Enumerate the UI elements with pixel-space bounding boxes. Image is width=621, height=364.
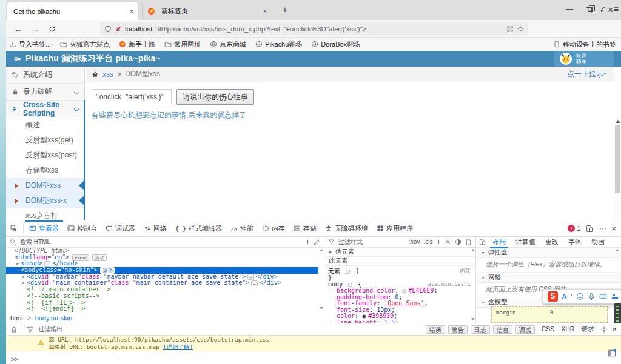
xss-input[interactable] <box>92 89 172 104</box>
quote-icon[interactable]: ’ <box>571 293 572 301</box>
sidebar-tab-更改[interactable]: 更改 <box>540 237 563 248</box>
contrast-icon[interactable] <box>455 239 462 245</box>
devtools-tab-network[interactable]: 网络 <box>139 220 171 237</box>
home-icon[interactable] <box>92 71 99 78</box>
rule-source-link[interactable]: ace.min.css:1 <box>428 281 471 288</box>
sidebar-item[interactable]: Cross-Site Scripting <box>6 101 84 117</box>
color-swatch-icon[interactable] <box>362 314 366 319</box>
submit-button[interactable]: 请说出你的伤心往事 <box>176 89 254 105</box>
bookmark-item[interactable]: 京东商城 <box>210 40 246 49</box>
scrollbar-thumb[interactable] <box>615 125 620 193</box>
devtools-tab-braces[interactable]: { }样式编辑器 <box>171 220 226 237</box>
result-link[interactable]: 有些费尽心机想要忘记的事情,后来真的就忘掉了 <box>92 110 246 121</box>
devtools-close-icon[interactable]: × <box>611 224 616 233</box>
target-icon[interactable] <box>346 270 350 274</box>
minimize-button[interactable]: — <box>559 0 580 18</box>
sogou-input-toolbar[interactable]: S A’ <box>543 289 621 304</box>
bookmark-item[interactable]: 常用网址 <box>164 40 201 49</box>
filter-output-input[interactable]: 过滤输出 <box>38 325 62 334</box>
sidebar-subitem[interactable]: DOM型xss <box>6 178 84 193</box>
sidebar-item[interactable]: 暴力破解 <box>6 84 84 101</box>
tab-close-icon[interactable]: × <box>258 7 272 16</box>
sidebar-subitem[interactable]: 反射型xss(get) <box>6 133 84 148</box>
ellipsis-badge[interactable]: … <box>251 280 257 286</box>
markup-line[interactable]: <!--basic scripts--> <box>6 293 318 300</box>
rules-code[interactable]: 元素 {内联}body {ace.min.css:1background-col… <box>324 266 475 326</box>
markup-scroll-up-icon[interactable] <box>320 249 323 251</box>
console-filter-请求[interactable]: 请求 <box>581 325 594 334</box>
sidebar-tab-计算值[interactable]: 计算值 <box>511 237 540 248</box>
bookmark-item[interactable]: 导入书签... <box>9 40 51 49</box>
class-toggle[interactable]: .cls <box>423 239 432 245</box>
twisty-icon[interactable]: ▼ <box>15 267 21 274</box>
error-badge[interactable]: ! 1 <box>568 225 580 232</box>
eyedropper-icon[interactable] <box>314 239 320 245</box>
screenshot-icon[interactable] <box>586 5 594 13</box>
light-theme-icon[interactable] <box>445 239 451 245</box>
markup-badge[interactable]: 滚动 <box>92 254 107 261</box>
color-swatch-icon[interactable] <box>402 289 406 293</box>
sidebar-subitem[interactable]: xss之盲打 <box>6 208 84 220</box>
curved-arrow-icon[interactable] <box>600 5 608 13</box>
twisty-icon[interactable]: ▶ <box>15 260 21 267</box>
tab-close-icon[interactable]: × <box>125 7 138 16</box>
sidebar-tab-动画[interactable]: 动画 <box>586 237 609 248</box>
box-model-diagram[interactable]: margin 0 <box>491 306 608 323</box>
margin-top-value[interactable]: 0 <box>550 309 553 316</box>
console-filter-XHR[interactable]: XHR <box>561 325 574 334</box>
console-filter-chip[interactable]: 错误 <box>426 325 445 334</box>
rule-source-link[interactable]: 内联 <box>460 268 471 274</box>
url-bar[interactable]: localhost:90/pikachu/vul/xss/xss_dom_x.p… <box>100 22 528 36</box>
twisty-icon[interactable]: ▶ <box>21 280 27 286</box>
devtools-tab-debugger[interactable]: 调试器 <box>101 220 139 237</box>
smiley-icon[interactable] <box>576 293 584 300</box>
split-console-toggle-icon[interactable] <box>608 349 616 357</box>
add-rule-button[interactable]: + <box>436 237 441 247</box>
devtools-tab-console[interactable]: 控制台 <box>63 220 101 237</box>
keyboard-icon[interactable] <box>599 293 607 300</box>
console-settings-icon[interactable] <box>600 326 608 333</box>
insecure-lock-icon[interactable] <box>115 25 122 33</box>
print-media-icon[interactable] <box>465 239 472 245</box>
rule-selector[interactable]: 元素 <box>328 268 344 274</box>
microphone-icon[interactable] <box>588 293 596 300</box>
sogou-handle[interactable] <box>614 303 621 323</box>
sidebar-subitem[interactable]: 概述 <box>6 117 84 133</box>
new-tab-button[interactable]: + <box>279 4 291 15</box>
devtools-tab-performance[interactable]: 性能 <box>226 220 258 237</box>
console-close-icon[interactable]: × <box>612 325 617 334</box>
sidebar-tab-字体[interactable]: 字体 <box>563 237 586 248</box>
console-filter-chip[interactable]: 信息 <box>493 325 512 334</box>
letter-a-icon[interactable]: A <box>562 293 567 301</box>
devtools-tab-viewer[interactable]: 查看器 <box>25 220 63 237</box>
qr-code-icon[interactable] <box>506 25 514 33</box>
breadcrumb-link-xss[interactable]: xss <box>102 70 113 79</box>
devtools-tab-accessibility[interactable]: 无障碍环境 <box>321 220 372 237</box>
page-scrollbar[interactable] <box>614 117 621 220</box>
user-area[interactable]: 欢迎骚年 <box>554 51 614 67</box>
sidebar-subitem[interactable]: 反射型xss(post) <box>6 148 84 163</box>
pseudo-elements-section[interactable]: ▶ 伪元素 <box>324 248 475 257</box>
rule-selector[interactable]: body <box>328 281 346 288</box>
markup-view[interactable]: <!DOCTYPE html><html lang="en">event滚动▶<… <box>6 248 318 313</box>
sidebar-subitem[interactable]: DOM型xss-x <box>6 193 84 208</box>
back-button[interactable]: ← <box>11 22 25 36</box>
devtools-tab-storage[interactable]: 存储 <box>289 220 321 237</box>
reload-button[interactable] <box>45 22 59 36</box>
sidebar-tab-布局[interactable]: 布局 <box>488 237 511 248</box>
shield-icon[interactable] <box>104 25 112 33</box>
pick-element-icon[interactable] <box>6 225 22 232</box>
bookmark-item[interactable]: Pikachu靶场 <box>255 40 302 49</box>
clear-console-icon[interactable] <box>10 326 18 333</box>
layout-section-header[interactable]: ▼网格 <box>476 273 621 283</box>
tab-new-tab[interactable]: 新标签页 × <box>142 2 272 20</box>
markup-scroll-down-icon[interactable] <box>320 307 323 309</box>
console-prompt[interactable]: >> <box>6 351 621 363</box>
sidebar-subitem[interactable]: 存储型xss <box>6 163 84 178</box>
devtools-tab-memory[interactable]: 内存 <box>258 220 289 237</box>
bookmark-item[interactable]: 火狐官方站点 <box>60 40 110 49</box>
crumb-body[interactable]: body.no-skin <box>35 314 73 322</box>
search-html-input[interactable]: 搜索 HTML <box>20 238 301 247</box>
scrollbar-up-icon[interactable] <box>614 117 621 125</box>
person-icon[interactable] <box>611 293 619 300</box>
